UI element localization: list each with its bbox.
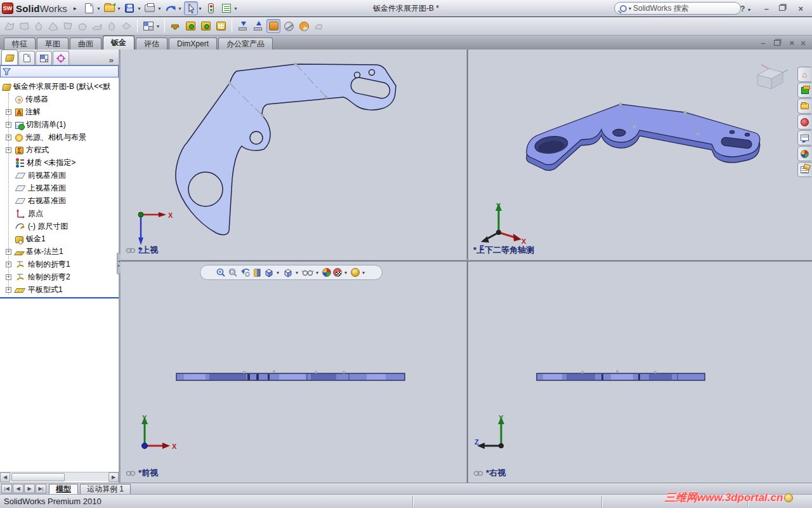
view-settings-dropdown-icon[interactable]: ▾ bbox=[344, 270, 347, 276]
open-dropdown-icon[interactable]: ▾ bbox=[117, 6, 120, 11]
section-view-button[interactable] bbox=[252, 268, 262, 277]
unfold-button[interactable] bbox=[236, 19, 250, 33]
tab-office-products[interactable]: 办公室产品 bbox=[218, 37, 273, 50]
apply-scene-button[interactable] bbox=[322, 268, 331, 277]
motion-study-tab[interactable]: 运动算例 1 bbox=[80, 484, 131, 494]
expand-toggle[interactable]: + bbox=[6, 109, 11, 115]
forming-tool-icon[interactable] bbox=[169, 21, 181, 32]
tree-item-sensors[interactable]: 传感器 bbox=[0, 93, 119, 105]
viewport-front-view[interactable]: ▾ ▾ ▾ ▾ ▾ bbox=[121, 262, 466, 483]
flatten-button[interactable] bbox=[266, 19, 280, 33]
search-box[interactable]: ▾ SolidWorks 搜索 bbox=[614, 2, 741, 15]
simple-hole-button[interactable] bbox=[199, 19, 213, 33]
scroll-right-button[interactable]: ▶ bbox=[108, 472, 119, 482]
vent-button[interactable] bbox=[214, 19, 228, 33]
panel-expand-icon[interactable]: » bbox=[109, 55, 114, 65]
configuration-manager-tab[interactable] bbox=[36, 51, 52, 65]
tree-item-right-plane[interactable]: 右视基准面 bbox=[0, 194, 119, 207]
dimxpert-manager-tab[interactable] bbox=[53, 51, 69, 65]
lofted-bend-tool-icon[interactable] bbox=[33, 21, 45, 32]
tree-root[interactable]: 钣金件求展开图-B (默认<<默 bbox=[0, 80, 119, 93]
tree-item-annotations[interactable]: + A 注解 bbox=[0, 105, 119, 118]
tree-item-sketched-bend-2[interactable]: + 绘制的折弯2 bbox=[0, 271, 119, 283]
expand-toggle[interactable]: + bbox=[6, 262, 11, 267]
undo-dropdown-icon[interactable]: ▾ bbox=[179, 6, 181, 11]
first-tab-button[interactable]: |◀ bbox=[1, 484, 12, 493]
sketched-bend-tool-icon[interactable] bbox=[106, 21, 118, 32]
print-button[interactable] bbox=[143, 1, 157, 15]
jog-tool-icon[interactable] bbox=[91, 21, 103, 32]
miter-flange-tool-icon[interactable] bbox=[62, 21, 74, 32]
zoom-fit-button[interactable] bbox=[216, 267, 226, 277]
tree-item-equations[interactable]: + Σ 方程式 bbox=[0, 144, 119, 156]
convert-to-sheetmetal-tool-icon[interactable] bbox=[18, 21, 30, 32]
reference-triad-widget[interactable] bbox=[752, 64, 788, 93]
viewport-right-view[interactable]: Y Z *右视 bbox=[468, 262, 812, 483]
view-orientation-dropdown-icon[interactable]: ▾ bbox=[277, 270, 279, 276]
tab-sheet-metal[interactable]: 钣金 bbox=[103, 36, 134, 50]
last-tab-button[interactable]: ▶| bbox=[36, 484, 46, 493]
search-dropdown-icon[interactable]: ▾ bbox=[629, 6, 631, 11]
tab-evaluate[interactable]: 评估 bbox=[136, 37, 167, 50]
tree-item-sketch[interactable]: (-) 原尺寸图 bbox=[0, 220, 119, 232]
select-dropdown-icon[interactable]: ▾ bbox=[199, 6, 202, 11]
expand-toggle[interactable]: + bbox=[6, 122, 11, 128]
new-dropdown-icon[interactable]: ▾ bbox=[97, 6, 100, 11]
scroll-left-button[interactable]: ◀ bbox=[0, 472, 10, 482]
app-close-button[interactable]: × bbox=[798, 4, 803, 13]
insert-bends-tool-icon[interactable] bbox=[313, 21, 325, 32]
new-document-button[interactable] bbox=[82, 1, 96, 15]
expand-toggle[interactable]: + bbox=[6, 274, 11, 280]
tree-item-top-plane[interactable]: 上视基准面 bbox=[0, 182, 119, 194]
menu-expand-icon[interactable]: ▸ bbox=[74, 5, 77, 11]
tab-surfaces[interactable]: 曲面 bbox=[70, 37, 102, 50]
vertical-viewport-splitter[interactable] bbox=[466, 50, 468, 483]
tree-item-origin[interactable]: 原点 bbox=[0, 207, 119, 220]
appearance-dropdown-icon[interactable]: ▾ bbox=[362, 270, 365, 276]
expand-toggle[interactable]: + bbox=[6, 147, 11, 153]
next-tab-button[interactable]: ▶ bbox=[24, 484, 35, 493]
tree-item-material[interactable]: 材质 <未指定> bbox=[0, 156, 119, 169]
options-dropdown-icon[interactable]: ▾ bbox=[235, 6, 237, 11]
display-style-button[interactable] bbox=[283, 268, 293, 277]
tree-item-base-flange[interactable]: + 基体-法兰1 bbox=[0, 245, 119, 258]
tab-dimxpert[interactable]: DimXpert bbox=[169, 37, 217, 50]
edit-appearance-button[interactable] bbox=[351, 268, 360, 277]
tree-item-front-plane[interactable]: 前视基准面 bbox=[0, 169, 119, 182]
task-pane-close-button[interactable]: × bbox=[801, 38, 812, 48]
filter-bar[interactable] bbox=[0, 65, 119, 77]
help-button[interactable]: ? ▾ bbox=[740, 4, 752, 13]
feature-tree-split-bar[interactable] bbox=[0, 297, 119, 298]
edge-flange-tool-icon[interactable] bbox=[48, 21, 60, 32]
tree-item-lights[interactable]: + 光源、相机与布景 bbox=[0, 131, 119, 144]
taskpane-file-explorer-tab[interactable] bbox=[797, 98, 811, 114]
feature-manager-tab[interactable] bbox=[1, 50, 18, 65]
fold-button[interactable] bbox=[251, 19, 265, 33]
viewport-isometric[interactable]: Y X Z *上下二等角轴测 bbox=[468, 50, 812, 260]
expand-toggle[interactable]: + bbox=[6, 135, 11, 140]
rip-button[interactable] bbox=[297, 19, 311, 33]
tree-item-sheet-metal[interactable]: 钣金1 bbox=[0, 232, 119, 245]
open-button[interactable] bbox=[102, 1, 116, 15]
options-button[interactable] bbox=[219, 1, 233, 15]
doc-minimize-button[interactable]: – bbox=[761, 38, 765, 48]
taskpane-appearances-tab[interactable] bbox=[797, 146, 811, 161]
taskpane-view-palette-tab[interactable] bbox=[797, 130, 811, 145]
expand-toggle[interactable]: + bbox=[6, 249, 11, 255]
taskpane-resources-tab[interactable]: ⌂ bbox=[797, 67, 811, 82]
tree-item-flat-pattern[interactable]: + 平板型式1 bbox=[0, 283, 119, 296]
undo-button[interactable] bbox=[164, 1, 178, 15]
cross-break-tool-icon[interactable] bbox=[121, 21, 133, 32]
taskpane-toolbox-tab[interactable] bbox=[797, 114, 811, 130]
viewport-top-view[interactable]: X Z *上视 bbox=[121, 50, 466, 260]
expand-toggle[interactable]: + bbox=[6, 287, 11, 293]
app-minimize-button[interactable]: – bbox=[764, 4, 769, 13]
horizontal-viewport-splitter[interactable] bbox=[121, 260, 812, 262]
hide-show-items-button[interactable] bbox=[302, 269, 313, 276]
tree-horizontal-scrollbar[interactable]: ◀ ▶ bbox=[0, 472, 119, 481]
view-orientation-button[interactable] bbox=[264, 268, 274, 277]
tree-item-sketched-bend-1[interactable]: + 绘制的折弯1 bbox=[0, 258, 119, 271]
scrollbar-thumb[interactable] bbox=[11, 473, 65, 481]
taskpane-custom-properties-tab[interactable] bbox=[797, 162, 811, 177]
viewport-layout-button[interactable] bbox=[141, 19, 155, 33]
